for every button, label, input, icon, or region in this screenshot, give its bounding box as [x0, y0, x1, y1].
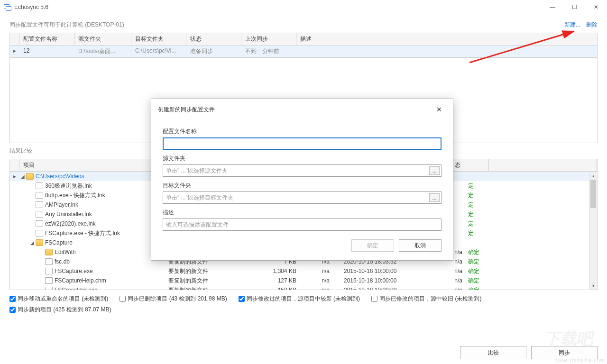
dialog-close-button[interactable]: ✕ — [432, 104, 446, 115]
tree-file-row[interactable]: FSCapture.exe要复制的新文件1,304 KBn/a2015-10-1… — [10, 266, 589, 276]
row-name: 12 — [19, 47, 74, 55]
file-icon — [45, 277, 53, 284]
row-description — [296, 47, 304, 55]
col-source[interactable]: 源文件夹 — [74, 33, 131, 45]
row-marker-icon: ▸ — [10, 47, 19, 55]
sync-options-row2: 同步新的项目 (425 检测到 87.07 MB) — [0, 306, 607, 314]
folder-icon — [26, 173, 34, 180]
chk-deleted[interactable]: 同步已删除项目 (43 检测到 201.98 MB) — [120, 295, 227, 303]
browse-target-button[interactable]: ... — [429, 193, 440, 202]
app-icon — [4, 3, 11, 11]
file-icon — [36, 220, 43, 227]
titlebar: Echosync 5.6 — ☐ ✕ — [0, 0, 607, 14]
dialog-title: 创建新的同步配置文件 — [158, 106, 215, 114]
ok-button: 确定 — [351, 239, 394, 252]
new-profile-link[interactable]: 新建... — [564, 21, 580, 29]
maximize-button[interactable]: ☐ — [563, 0, 585, 14]
expand-icon[interactable]: ◢ — [19, 174, 26, 179]
file-icon — [36, 192, 43, 199]
row-target: C:\Users\pc\Vi... — [131, 47, 186, 55]
window-title: Echosync 5.6 — [14, 4, 542, 10]
chk-moved[interactable]: 同步移动或重命名的项目 (未检测到) — [9, 295, 108, 303]
window-buttons: — ☐ ✕ — [542, 0, 607, 14]
col-status2[interactable]: 态 — [451, 159, 489, 171]
col-status[interactable]: 状态 — [186, 33, 241, 45]
close-button[interactable]: ✕ — [585, 0, 607, 14]
col-target[interactable]: 目标文件夹 — [131, 33, 186, 45]
tree-file-row[interactable]: FSCaptureHelp.chm要复制的新文件127 KBn/a2015-10… — [10, 276, 589, 285]
profiles-title: 同步配置文件可用于此计算机 (DESKTOP-01) — [9, 21, 124, 29]
row-status: 准备同步 — [186, 47, 241, 55]
minimize-button[interactable]: — — [542, 0, 563, 14]
profile-name-input[interactable] — [163, 137, 441, 150]
col-lastsync[interactable]: 上次同步 — [241, 33, 296, 45]
collapse-icon[interactable]: ◢ — [29, 240, 36, 246]
scrollbar[interactable]: ▴ ▾ — [589, 172, 597, 290]
row-lastsync: 不到一分钟前 — [241, 47, 296, 55]
folder-icon — [45, 249, 53, 255]
file-icon — [45, 258, 53, 265]
col-description[interactable]: 描述 — [296, 33, 597, 45]
dialog-titlebar: 创建新的同步配置文件 ✕ — [151, 99, 453, 120]
sync-options-row1: 同步移动或重命名的项目 (未检测到) 同步已删除项目 (43 检测到 201.9… — [0, 290, 607, 306]
scroll-down-icon[interactable]: ▾ — [589, 282, 597, 290]
tree-file-row[interactable]: FSCrossHair.exe要复制的新文件158 KBn/a2015-10-1… — [10, 285, 589, 290]
description-input[interactable] — [163, 218, 441, 231]
footer-buttons: 比较 同步 — [460, 346, 598, 359]
file-icon — [45, 287, 53, 290]
chk-modified-newer[interactable]: 同步修改过的项目，源项目中较新 (未检测到) — [239, 295, 360, 303]
file-icon — [36, 230, 43, 237]
file-icon — [36, 182, 43, 189]
folder-icon — [36, 239, 43, 246]
compare-button[interactable]: 比较 — [460, 346, 526, 359]
cancel-button[interactable]: 取消 — [399, 239, 441, 252]
profile-row[interactable]: ▸ 12 D:\tools\桌面... C:\Users\pc\Vi... 准备… — [9, 46, 598, 58]
chk-modified-older[interactable]: 同步已修改的项目，源中较旧 (未检测到) — [371, 295, 481, 303]
scroll-thumb[interactable] — [590, 180, 596, 208]
source-folder-input[interactable] — [163, 164, 441, 177]
delete-profile-link[interactable]: 删除 — [586, 21, 598, 29]
col-name[interactable]: 配置文件名称 — [19, 33, 74, 45]
create-profile-dialog: 创建新的同步配置文件 ✕ 配置文件名称 源文件夹 ... 目标文件夹 ... 描… — [151, 99, 453, 261]
results-title: 结果比较 — [9, 147, 32, 155]
target-folder-input[interactable] — [163, 191, 441, 204]
file-icon — [36, 201, 43, 208]
browse-source-button[interactable]: ... — [429, 166, 440, 175]
sync-button[interactable]: 同步 — [531, 346, 598, 359]
file-icon — [45, 268, 53, 274]
desc-label: 描述 — [163, 209, 441, 217]
target-label: 目标文件夹 — [163, 182, 441, 190]
row-marker-icon: ▸ — [10, 173, 19, 180]
profiles-header: 同步配置文件可用于此计算机 (DESKTOP-01) 新建... 删除 — [0, 14, 607, 33]
profiles-grid-header: 配置文件名称 源文件夹 目标文件夹 状态 上次同步 描述 — [9, 33, 598, 46]
row-source: D:\tools\桌面... — [74, 47, 131, 55]
scroll-up-icon[interactable]: ▴ — [589, 172, 597, 180]
source-label: 源文件夹 — [163, 155, 441, 163]
name-label: 配置文件名称 — [163, 127, 441, 136]
file-icon — [36, 211, 43, 218]
chk-new[interactable]: 同步新的项目 (425 检测到 87.07 MB) — [9, 306, 111, 314]
